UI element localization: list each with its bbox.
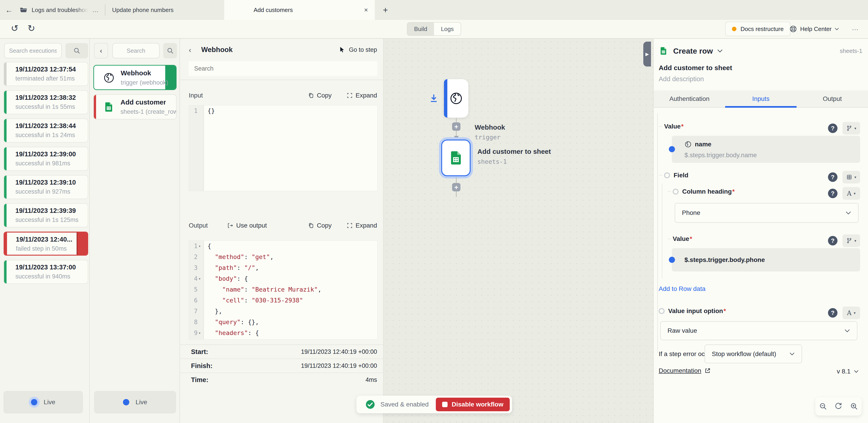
search-icon [166, 47, 174, 54]
redo-button[interactable]: ↻ [28, 23, 35, 33]
execution-list-item[interactable]: 19/11/2023 12:40... failed step in 50ms [4, 232, 88, 256]
back-icon[interactable]: ‹ [189, 46, 191, 54]
tab-logs-and-troubleshoot[interactable]: Logs and troubleshoo … [18, 0, 105, 20]
fold-caret-icon[interactable]: ▾ [198, 241, 202, 252]
value1-controls: ? ▾ [828, 122, 860, 135]
tab-update-phone-numbers[interactable]: Update phone numbers [105, 0, 188, 20]
radio-icon[interactable] [664, 172, 670, 178]
help-icon[interactable]: ? [828, 189, 837, 198]
panel-collapse-handle[interactable]: ▶ [643, 41, 651, 66]
nav-back-button[interactable]: ← [0, 6, 18, 15]
undo-button[interactable]: ↺ [11, 23, 19, 33]
execution-list-item[interactable]: 19/11/2023 12:39:10 successful in 927ms [4, 175, 88, 199]
value2-type-selector[interactable]: ▾ [842, 234, 860, 247]
radio-icon[interactable] [659, 308, 664, 314]
new-tab-button[interactable]: + [383, 0, 388, 20]
column-heading-type-selector[interactable]: A ▾ [842, 187, 860, 200]
meta-row: Time: 4ms [180, 372, 383, 387]
collapse-steps-button[interactable]: ‹ [94, 43, 108, 58]
logs-tab[interactable]: Logs [434, 23, 461, 35]
tab-output[interactable]: Output [797, 90, 868, 107]
go-to-step-button[interactable]: Go to step [339, 46, 377, 53]
field-type-selector[interactable]: ▾ [842, 171, 860, 184]
execution-list-item[interactable]: 19/11/2023 12:38:32 successful in 1s 55m… [4, 90, 88, 114]
expand-input-button[interactable]: Expand [346, 92, 377, 99]
tab-inputs[interactable]: Inputs [725, 90, 797, 107]
tab-add-customers-active[interactable]: Add customers × [224, 0, 375, 20]
help-icon[interactable]: ? [828, 308, 837, 318]
help-icon[interactable]: ? [828, 236, 837, 246]
execution-list-item[interactable]: 19/11/2023 12:39:00 successful in 981ms [4, 147, 88, 171]
add-to-row-data-link[interactable]: Add to Row data [659, 285, 706, 292]
code-text: {} [204, 105, 377, 116]
search-executions-input[interactable] [4, 43, 62, 58]
sheets-step-node[interactable] [441, 140, 471, 176]
zoom-in-icon[interactable] [850, 402, 858, 410]
close-tab-icon[interactable]: × [364, 6, 368, 14]
fold-caret-icon[interactable]: ▾ [198, 273, 202, 284]
column-heading-label-row: Column heading* [668, 188, 735, 195]
branch-icon [846, 125, 852, 131]
step-name[interactable]: Add customer to sheet [659, 64, 732, 72]
fold-caret-icon[interactable]: ▾ [198, 328, 202, 338]
execution-list-item[interactable]: 19/11/2023 12:39:39 successful in 1s 125… [4, 203, 88, 227]
search-executions-button[interactable] [66, 43, 88, 58]
execution-list-item[interactable]: 19/11/2023 12:37:54 terminated after 51m… [4, 62, 88, 86]
chevron-down-icon[interactable] [717, 49, 723, 53]
version-selector[interactable]: v 8.1 [837, 368, 859, 375]
expand-output-button[interactable]: Expand [346, 222, 377, 229]
trigger-node[interactable] [444, 79, 468, 118]
docs-restructure-badge[interactable]: Docs restructure [725, 22, 790, 36]
value-input-option-type-selector[interactable]: A ▾ [842, 307, 860, 319]
zoom-out-icon[interactable] [819, 402, 827, 410]
radio-icon[interactable] [673, 189, 679, 195]
tab-authentication[interactable]: Authentication [654, 90, 725, 107]
value-input-option-select[interactable]: Raw value [660, 321, 857, 340]
live-toggle-steps[interactable]: Live [94, 391, 176, 414]
step-list-item[interactable]: Webhook trigger (webhook) [93, 65, 177, 90]
copy-input-button[interactable]: Copy [308, 92, 332, 99]
caret-down-icon: ▾ [854, 191, 856, 196]
value1-type-selector[interactable]: ▾ [842, 122, 860, 135]
step-list-item[interactable]: Add customer to ... sheets-1 (create_row… [93, 94, 177, 119]
search-step-data-input[interactable] [189, 61, 377, 76]
add-step-between-button[interactable]: + [452, 122, 460, 131]
chevron-down-icon [834, 27, 839, 31]
error-behavior-select[interactable]: Stop workflow (default) [705, 344, 802, 363]
documentation-link[interactable]: Documentation [659, 367, 711, 374]
orange-dot-icon [732, 27, 737, 31]
execution-list-item[interactable]: 19/11/2023 13:37:00 successful in 940ms [4, 260, 88, 284]
live-toggle-runs[interactable]: Live [3, 391, 83, 414]
output-code-editor[interactable]: 1▾ { 2▾ "method": "get", 3▾ "path": "/",… [189, 241, 377, 340]
use-output-button[interactable]: Use output [227, 222, 267, 229]
pill-path: $.steps.trigger.body.name [684, 151, 757, 159]
help-center-button[interactable]: Help Center [789, 22, 839, 36]
reset-zoom-icon[interactable] [834, 402, 842, 410]
input-code-editor[interactable]: 1▾ {} [189, 105, 377, 191]
search-steps-button[interactable] [163, 43, 177, 58]
step-subtitle: trigger (webhook) [121, 79, 168, 86]
build-tab[interactable]: Build [407, 23, 434, 35]
search-icon [73, 47, 81, 54]
add-step-end-button[interactable]: + [452, 183, 460, 191]
value2-mapped-pill[interactable]: $.steps.trigger.body.phone [672, 248, 860, 272]
status-accent-bar [4, 147, 6, 170]
disable-workflow-button[interactable]: Disable workflow [436, 398, 510, 411]
field-label-row: Field [659, 172, 688, 179]
help-icon[interactable]: ? [828, 123, 837, 133]
workflow-canvas[interactable]: Webhook trigger + Add customer to sheet … [383, 39, 653, 423]
step-description-placeholder[interactable]: Add description [659, 75, 704, 83]
search-steps-input[interactable] [112, 43, 160, 58]
execution-list-item[interactable]: 19/11/2023 12:38:44 successful in 1s 24m… [4, 118, 88, 142]
value1-mapped-pill[interactable]: name $.steps.trigger.body.name [672, 136, 860, 163]
line-number: 4 [194, 273, 197, 284]
tab-menu-icon[interactable]: … [92, 6, 99, 13]
line-number: 3 [194, 262, 197, 273]
more-options-button[interactable]: … [852, 24, 859, 32]
webhook-globe-icon [449, 91, 463, 105]
code-text: "method": "get", [204, 252, 377, 262]
help-icon[interactable]: ? [828, 172, 837, 182]
action-selector[interactable]: Create row [673, 47, 713, 55]
column-heading-select[interactable]: Phone [675, 203, 859, 223]
copy-output-button[interactable]: Copy [308, 222, 332, 229]
